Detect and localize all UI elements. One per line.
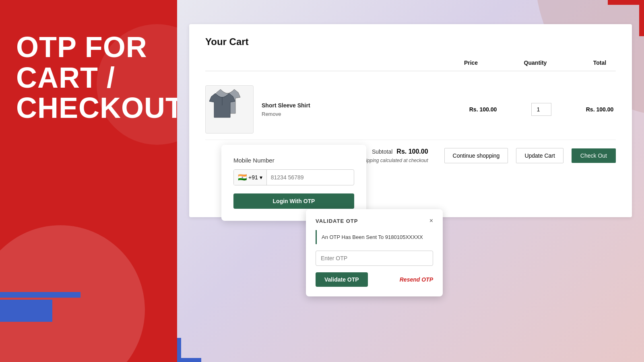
- cart-header: Price Quantity Total: [205, 60, 616, 71]
- update-cart-button[interactable]: Update Cart: [516, 148, 563, 163]
- country-code-selector[interactable]: 🇮🇳 +91 ▾: [234, 170, 267, 185]
- item-price: Rs. 100.00: [467, 106, 499, 113]
- hero-title: OTP FOR CART / CHECKOUT: [0, 0, 177, 123]
- cart-header-cols: Price Quantity Total: [455, 60, 616, 66]
- validate-otp-button[interactable]: Validate OTP: [316, 272, 368, 287]
- product-name: Short Sleeve Shirt: [262, 102, 467, 109]
- validate-header: VALIDATE OTP ×: [316, 217, 433, 224]
- right-panel: Your Cart Price Quantity Total: [177, 0, 644, 362]
- otp-input[interactable]: [316, 251, 433, 266]
- login-with-otp-button[interactable]: Login With OTP: [233, 193, 354, 209]
- cart-item: Short Sleeve Shirt Remove Rs. 100.00 Rs.…: [205, 79, 616, 140]
- col-quantity: Quantity: [519, 60, 551, 66]
- cart-title: Your Cart: [205, 36, 616, 47]
- quantity-input[interactable]: [531, 103, 551, 116]
- dropdown-chevron: ▾: [260, 174, 262, 181]
- validate-otp-modal: VALIDATE OTP × An OTP Has Been Sent To 9…: [306, 209, 443, 296]
- phone-input[interactable]: [267, 171, 354, 184]
- product-image: [205, 85, 254, 134]
- left-panel: OTP FOR CART / CHECKOUT: [0, 0, 177, 362]
- corner-accent-bottom: [177, 338, 201, 362]
- resend-otp-link[interactable]: Resend OTP: [400, 276, 433, 283]
- col-price: Price: [455, 60, 487, 66]
- product-info: Short Sleeve Shirt Remove: [254, 102, 467, 117]
- subtotal-label: Subtotal: [372, 148, 392, 155]
- country-code: +91: [248, 174, 258, 181]
- validate-title: VALIDATE OTP: [316, 218, 358, 224]
- remove-link[interactable]: Remove: [262, 111, 467, 117]
- subtotal-value: Rs. 100.00: [396, 148, 428, 155]
- blue-accent-block: [0, 300, 52, 322]
- validate-footer: Validate OTP Resend OTP: [316, 272, 433, 287]
- flag-icon: 🇮🇳: [238, 173, 247, 182]
- blue-accent-bar: [0, 292, 80, 298]
- otp-sent-message: An OTP Has Been Sent To 9180105XXXXX: [316, 230, 433, 244]
- item-total: Rs. 100.00: [584, 106, 616, 113]
- mobile-number-label: Mobile Number: [233, 157, 354, 164]
- cart-item-cols: Rs. 100.00 Rs. 100.00: [467, 103, 616, 116]
- close-button[interactable]: ×: [429, 217, 433, 224]
- continue-shopping-button[interactable]: Continue shopping: [444, 148, 508, 163]
- phone-input-row[interactable]: 🇮🇳 +91 ▾: [233, 169, 354, 185]
- checkout-button[interactable]: Check Out: [572, 148, 616, 163]
- col-total: Total: [584, 60, 616, 66]
